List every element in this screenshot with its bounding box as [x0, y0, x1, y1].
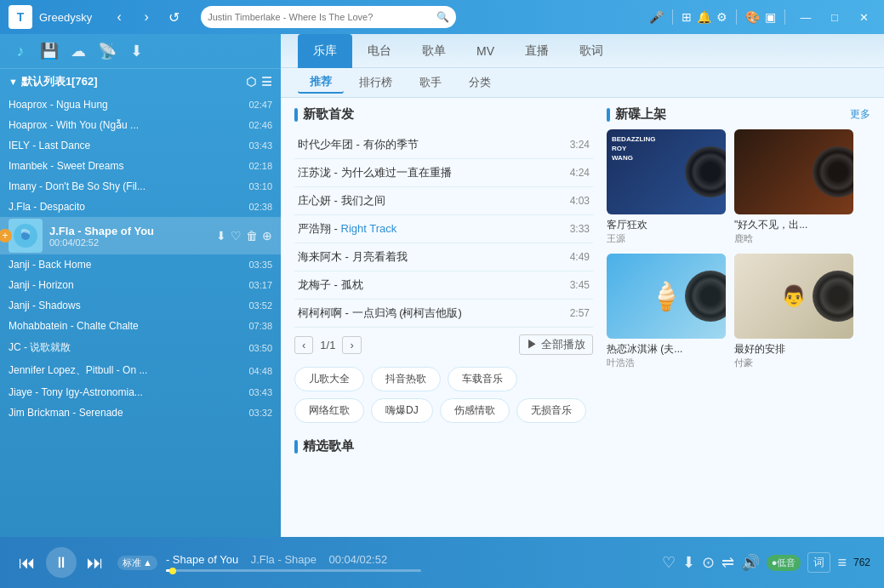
list-item[interactable]: Jiaye - Tony Igy-Astronomia... 03:43 [0, 382, 281, 402]
list-item[interactable]: Hoaprox - Ngua Hung 02:47 [0, 94, 281, 115]
next-track-button[interactable]: ⏭ [82, 549, 109, 576]
playing-actions: ⬇ ♡ 🗑 ⊕ [216, 229, 272, 243]
subtab-artists[interactable]: 歌手 [408, 72, 453, 93]
tab-library[interactable]: 乐库 [298, 34, 352, 68]
list-item[interactable]: 龙梅子 - 孤枕 3:45 [294, 271, 593, 300]
search-icon: 🔍 [436, 11, 449, 23]
category-tag[interactable]: 嗨爆DJ [371, 398, 433, 423]
tab-mv[interactable]: MV [461, 34, 510, 68]
lyrics-button[interactable]: 词 [807, 552, 830, 573]
settings-icon[interactable]: ⚙ [716, 10, 727, 24]
list-item[interactable]: JC - 说歌就散 03:50 [0, 336, 281, 359]
list-item[interactable]: 严浩翔 - Right Track 3:33 [294, 215, 593, 243]
list-item[interactable]: 时代少年团 - 有你的季节 3:24 [294, 131, 593, 159]
quality-badge[interactable]: 标准 ▲ [117, 556, 157, 570]
titlebar: T Greedysky ‹ › ↺ 🔍 🎤 ⊞ 🔔 ⚙ 🎨 ▣ — □ ✕ [0, 0, 884, 34]
new-albums-section: 新碟上架 更多 BEDAZZLINGROYWANG [607, 106, 870, 463]
featured-playlist-title: 精选歌单 [294, 438, 593, 454]
prev-track-button[interactable]: ⏮ [14, 549, 41, 576]
progress-bar[interactable] [166, 569, 421, 572]
playlist-export-icon[interactable]: ⬡ [246, 75, 256, 88]
list-item[interactable]: Imanbek - Sweet Dreams 02:18 [0, 156, 281, 176]
album-title: 客厅狂欢 [607, 218, 726, 232]
list-item[interactable]: Hoaprox - With You (Ngẫu ... 02:46 [0, 115, 281, 135]
playing-more-icon[interactable]: ⊕ [262, 229, 272, 243]
sidebar-radio-icon[interactable]: 📡 [95, 39, 119, 63]
close-button[interactable]: ✕ [852, 5, 875, 29]
category-tag[interactable]: 车载音乐 [448, 367, 517, 391]
loop-button[interactable]: ⊙ [702, 553, 715, 572]
list-item[interactable]: Imany - Don't Be So Shy (Fil... 03:10 [0, 176, 281, 197]
up-arrow-icon: ▲ [143, 557, 152, 568]
sidebar-download-icon[interactable]: ⬇ [124, 39, 148, 63]
shuffle-button[interactable]: ⇌ [721, 553, 734, 572]
subtab-categories[interactable]: 分类 [457, 72, 503, 93]
tab-radio[interactable]: 电台 [352, 34, 407, 68]
playlist-menu-icon[interactable]: ☰ [261, 75, 272, 88]
album-item[interactable]: "好久不见，出... 鹿晗 [734, 129, 853, 245]
list-item[interactable]: Janji - Back Home 03:35 [0, 254, 281, 275]
pause-button[interactable]: ⏸ [46, 547, 77, 578]
list-item[interactable]: 汪苏泷 - 为什么难过一直在重播 4:24 [294, 159, 593, 187]
playing-delete-icon[interactable]: 🗑 [246, 229, 258, 243]
refresh-button[interactable]: ↺ [162, 5, 185, 29]
separator3 [784, 9, 785, 25]
playing-heart-icon[interactable]: ♡ [231, 229, 242, 243]
favorite-button[interactable]: ♡ [662, 553, 676, 572]
subtab-charts[interactable]: 排行榜 [347, 72, 404, 93]
bass-button[interactable]: ●低音 [767, 555, 801, 571]
mic-icon[interactable]: 🎤 [649, 10, 664, 24]
album-item[interactable]: 🍦 热恋冰淇淋 (夫... 叶浩浩 [607, 254, 726, 369]
search-input[interactable] [208, 12, 433, 22]
list-item[interactable]: 柯柯柯啊 - 一点归鸿 (柯柯吉他版) 2:57 [294, 300, 593, 328]
category-tag[interactable]: 无损音乐 [516, 398, 586, 423]
extra-icon[interactable]: ▣ [765, 10, 776, 24]
list-item[interactable]: J.Fla - Despacito 02:38 [0, 197, 281, 217]
album-item[interactable]: BEDAZZLINGROYWANG 客厅狂欢 王源 [607, 129, 726, 245]
sidebar-cloud-icon[interactable]: ☁ [66, 39, 90, 63]
list-item[interactable]: Jim Brickman - Serenade 03:32 [0, 402, 281, 423]
sidebar-save-icon[interactable]: 💾 [37, 39, 61, 63]
next-page-button[interactable]: › [342, 336, 361, 354]
album-item[interactable]: 👨 最好的安排 付豪 [734, 254, 853, 369]
new-songs-title: 新歌首发 [294, 106, 593, 123]
album-cover [734, 129, 853, 214]
maximize-button[interactable]: □ [823, 5, 847, 29]
play-all-button[interactable]: ▶ 全部播放 [519, 334, 593, 355]
forward-button[interactable]: › [134, 5, 158, 29]
list-item[interactable]: 庄心妍 - 我们之间 4:03 [294, 187, 593, 215]
list-item[interactable]: IELY - Last Dance 03:43 [0, 135, 281, 156]
skin-icon[interactable]: 🎨 [745, 10, 760, 24]
grid-icon[interactable]: ⊞ [682, 10, 692, 24]
list-item[interactable]: 海来阿木 - 月亮看着我 4:49 [294, 243, 593, 271]
minimize-button[interactable]: — [794, 5, 818, 29]
download-button[interactable]: ⬇ [682, 553, 695, 572]
sidebar-music-icon[interactable]: ♪ [9, 39, 32, 63]
more-albums-link[interactable]: 更多 [850, 107, 870, 122]
album-artist: 王源 [607, 232, 726, 245]
prev-page-button[interactable]: ‹ [294, 336, 313, 354]
bell-icon[interactable]: 🔔 [697, 10, 711, 24]
now-playing-item[interactable]: + J.Fla - Shape of You 00:04/02:52 [0, 217, 281, 254]
volume-button[interactable]: 🔊 [741, 553, 760, 572]
tab-lyrics[interactable]: 歌词 [564, 34, 619, 68]
main-layout: ♪ 💾 ☁ 📡 ⬇ ▼ 默认列表1[762] ⬡ ☰ Hoaprox - Ngu… [0, 34, 884, 537]
album-artist: 叶浩浩 [607, 357, 726, 369]
tab-live[interactable]: 直播 [510, 34, 564, 68]
queue-count: 762 [853, 557, 870, 568]
list-item[interactable]: Mohabbatein - Chalte Chalte 07:38 [0, 316, 281, 336]
list-item[interactable]: Janji - Horizon 03:17 [0, 275, 281, 295]
category-tag[interactable]: 伤感情歌 [440, 398, 510, 423]
back-button[interactable]: ‹ [107, 5, 131, 29]
album-title: 热恋冰淇淋 (夫... [607, 342, 726, 357]
category-tag[interactable]: 网络红歌 [294, 398, 364, 423]
playlist-toggle-button[interactable]: ≡ [837, 554, 847, 572]
list-item[interactable]: Jennifer Lopez、Pitbull - On ... 04:48 [0, 359, 281, 382]
subtab-recommend[interactable]: 推荐 [298, 71, 344, 94]
category-tag[interactable]: 抖音热歌 [371, 367, 441, 391]
list-item[interactable]: Janji - Shadows 03:52 [0, 295, 281, 316]
playing-download-icon[interactable]: ⬇ [216, 229, 226, 243]
tab-playlist[interactable]: 歌单 [407, 34, 461, 68]
playing-time: 00:04/02:52 [49, 237, 209, 248]
category-tag[interactable]: 儿歌大全 [294, 367, 364, 391]
